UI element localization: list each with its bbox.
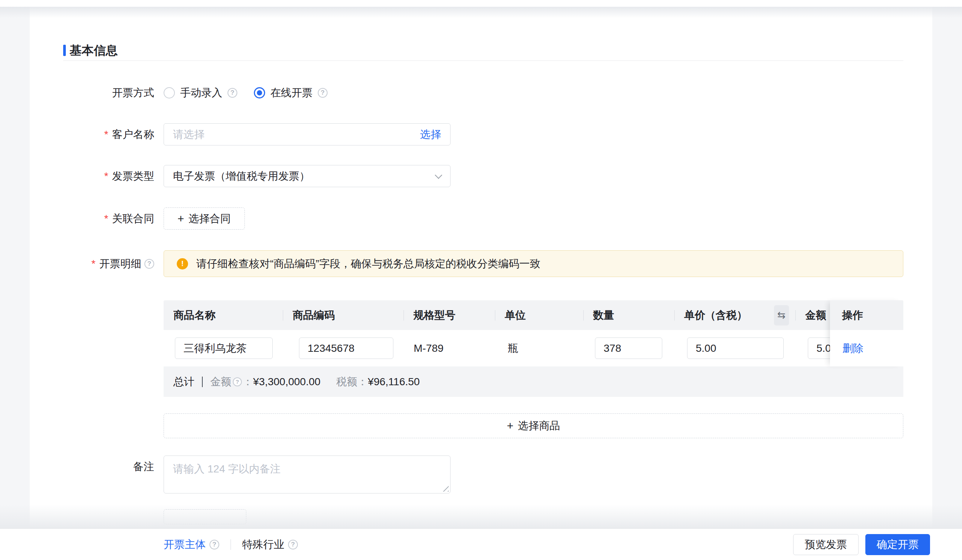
table-row: M-789 瓶 (164, 330, 903, 367)
preview-invoice-button[interactable]: 预览发票 (793, 534, 859, 555)
invoice-form: 开票方式 手动录入 ? 在线开票 ? (30, 86, 932, 524)
add-product-button[interactable]: + 选择商品 (164, 414, 903, 438)
radio-option-online-label[interactable]: 在线开票 (270, 86, 313, 100)
related-contract-label: 关联合同 (112, 212, 154, 225)
required-asterisk: * (104, 212, 108, 225)
required-asterisk: * (104, 169, 108, 183)
remark-row: 备注 (30, 455, 932, 494)
product-detail-table: 商品名称 商品编码 规格型号 单位 数量 单价（含税） ⇆ 金额 (164, 300, 903, 397)
select-contract-button[interactable]: + 选择合同 (164, 208, 245, 230)
footer-buttons: 预览发票 确定开票 (793, 534, 930, 555)
totals-row: 总计 金额 ? ： ¥3,300,000.00 税额 ： ¥96,116.50 (164, 367, 903, 397)
related-contract-row: * 关联合同 + 选择合同 (30, 208, 932, 230)
footer-links: 开票主体 ? 特殊行业 ? (164, 537, 298, 552)
unit-price-input[interactable] (696, 343, 775, 354)
product-code-input[interactable] (308, 343, 385, 354)
totals-amount-value: ¥3,300,000.00 (253, 376, 320, 388)
quantity-cell (595, 338, 662, 359)
invoice-type-label: 发票类型 (112, 169, 154, 183)
help-icon[interactable]: ? (228, 88, 237, 98)
product-name-input[interactable] (184, 343, 264, 354)
radio-option-manual-label[interactable]: 手动录入 (180, 86, 222, 100)
col-header-unit-price: 单价（含税） ⇆ (674, 300, 796, 330)
invoice-subject-link[interactable]: 开票主体 ? (164, 537, 219, 552)
totals-amount-label: 金额 (210, 375, 231, 389)
plus-icon: + (178, 213, 184, 224)
radio-selected-icon[interactable] (254, 87, 265, 98)
special-industry-label[interactable]: 特殊行业 (242, 537, 284, 552)
col-header-unit: 单位 (495, 300, 583, 330)
customer-name-input-wrap: 选择 (164, 123, 450, 145)
totals-tax-value: ¥96,116.50 (368, 376, 420, 388)
chevron-down-icon (435, 171, 442, 179)
invoice-type-row: * 发票类型 电子发票（增值税专用发票） (30, 165, 932, 187)
remark-label: 备注 (133, 460, 154, 473)
basic-info-card: 基本信息 开票方式 手动录入 ? 在线开票 ? (30, 7, 932, 528)
warning-text: 请仔细检查核对“商品编码”字段，确保与税务总局核定的税收分类编码一致 (196, 257, 541, 271)
invoice-type-select[interactable]: 电子发票（增值税专用发票） (164, 165, 450, 187)
remark-label-cell: 备注 (30, 455, 164, 473)
col-header-product-name: 商品名称 (164, 300, 283, 330)
invoice-details-label: 开票明细 (99, 257, 141, 270)
customer-select-link[interactable]: 选择 (420, 127, 441, 142)
unit-price-cell (687, 338, 784, 359)
totals-tax-label: 税额 (336, 375, 357, 389)
totals-label: 总计 (173, 375, 194, 389)
customer-name-row: * 客户名称 选择 (30, 123, 932, 145)
delete-row-link[interactable]: 删除 (843, 341, 864, 356)
invoice-type-value: 电子发票（增值税专用发票） (173, 169, 436, 183)
product-code-cell (299, 338, 393, 359)
page-title: 基本信息 (69, 43, 118, 57)
col-header-operation: 操作 (830, 300, 903, 330)
radio-unselected-icon[interactable] (164, 87, 175, 98)
section-title: 基本信息 (63, 7, 932, 57)
title-accent-bar (63, 45, 66, 56)
customer-name-input[interactable] (173, 129, 420, 140)
unit-value: 瓶 (508, 330, 518, 367)
col-header-quantity: 数量 (583, 300, 674, 330)
plus-icon: + (507, 420, 514, 431)
remark-textarea[interactable] (164, 456, 450, 493)
invoice-subject-label[interactable]: 开票主体 (164, 537, 206, 552)
help-icon[interactable]: ? (318, 88, 328, 98)
col-header-spec: 规格型号 (404, 300, 495, 330)
radio-option-online[interactable]: 在线开票 ? (254, 86, 328, 100)
help-icon[interactable]: ? (210, 540, 219, 549)
invoice-method-row: 开票方式 手动录入 ? 在线开票 ? (30, 86, 932, 100)
scroll-content: 基本信息 开票方式 手动录入 ? 在线开票 ? (0, 7, 962, 528)
spec-value: M-789 (414, 330, 443, 367)
invoice-method-radio-group: 手动录入 ? 在线开票 ? (164, 86, 328, 100)
totals-divider (202, 377, 203, 387)
warning-banner: ! 请仔细检查核对“商品编码”字段，确保与税务总局核定的税收分类编码一致 (164, 250, 903, 277)
quantity-input[interactable] (604, 343, 654, 354)
operation-cell: 删除 (830, 330, 903, 367)
help-icon[interactable]: ? (233, 377, 242, 386)
required-asterisk: * (91, 257, 95, 270)
totals-amount-colon: ： (242, 375, 253, 389)
help-icon[interactable]: ? (144, 259, 154, 269)
clipped-dashed-button[interactable] (164, 509, 246, 524)
select-contract-button-label: 选择合同 (189, 212, 231, 226)
title-divider (63, 61, 903, 61)
radio-option-manual[interactable]: 手动录入 ? (164, 86, 237, 100)
top-header-remnant (0, 0, 962, 7)
special-industry-link[interactable]: 特殊行业 ? (242, 537, 298, 552)
invoice-type-label-cell: * 发票类型 (30, 169, 164, 183)
footer-bar: 开票主体 ? 特殊行业 ? 预览发票 确定开票 (0, 528, 962, 560)
product-name-cell (175, 338, 273, 359)
customer-name-label-cell: * 客户名称 (30, 128, 164, 141)
footer-links-divider (231, 539, 231, 550)
swap-price-amount-icon[interactable]: ⇆ (774, 305, 789, 325)
related-contract-label-cell: * 关联合同 (30, 212, 164, 225)
remark-textarea-wrap (164, 455, 450, 494)
fixed-operation-column: 操作 删除 (830, 300, 903, 367)
customer-name-label: 客户名称 (112, 128, 154, 141)
warning-icon: ! (177, 258, 188, 269)
required-asterisk: * (104, 128, 108, 141)
confirm-invoice-button[interactable]: 确定开票 (865, 534, 930, 555)
help-icon[interactable]: ? (288, 540, 298, 549)
invoice-details-control: ! 请仔细检查核对“商品编码”字段，确保与税务总局核定的税收分类编码一致 商品名… (164, 250, 903, 438)
col-header-amount: 金额 (796, 300, 830, 330)
table-header-row: 商品名称 商品编码 规格型号 单位 数量 单价（含税） ⇆ 金额 (164, 300, 903, 330)
invoice-method-label-cell: 开票方式 (30, 86, 164, 100)
